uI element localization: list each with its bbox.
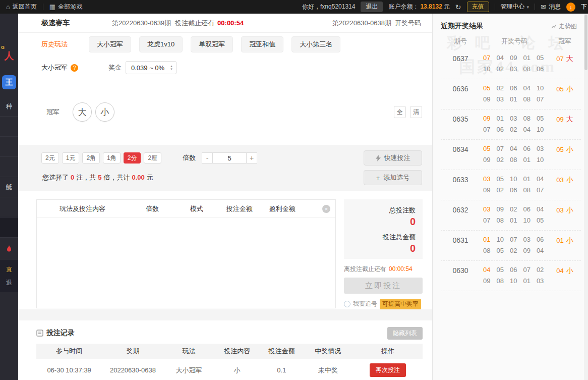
sidebar-bottom-item-2[interactable]: 退 bbox=[0, 276, 18, 289]
result-champion: 05小 bbox=[549, 145, 581, 164]
draw-number: 01 bbox=[523, 277, 530, 285]
prize-select[interactable]: 0.039 ~ 0% ▴▾ bbox=[126, 61, 177, 74]
select-all-button[interactable]: 全 bbox=[394, 106, 406, 118]
play-config-row: 大小冠军 ? 奖金 0.039 ~ 0% ▴▾ bbox=[18, 56, 432, 79]
tab-1[interactable]: 龙虎1v10 bbox=[139, 36, 183, 52]
draw-number: 08 bbox=[523, 95, 530, 103]
unit-3[interactable]: 1角 bbox=[103, 152, 121, 164]
submit-bet-button[interactable]: 立即投注 bbox=[344, 278, 423, 294]
draw-number: 10 bbox=[537, 156, 544, 164]
draw-number: 05 bbox=[537, 216, 544, 224]
draw-number: 03 bbox=[537, 145, 544, 152]
draw-number: 01 bbox=[523, 175, 530, 183]
unit-2[interactable]: 2角 bbox=[82, 152, 100, 164]
balance: 账户余额：13.8132元 bbox=[388, 3, 449, 11]
minus-button[interactable]: - bbox=[202, 152, 213, 164]
result-champion: 01小 bbox=[549, 236, 581, 254]
sidebar-logo-1[interactable]: G 人 bbox=[0, 43, 18, 69]
home-label: 返回首页 bbox=[13, 3, 37, 11]
multiplier-stepper: - 5 + bbox=[202, 152, 257, 164]
sidebar-item-3[interactable] bbox=[0, 157, 18, 177]
result-issue: 0636 bbox=[441, 84, 480, 103]
sidebar-item-0[interactable]: 种 bbox=[0, 96, 18, 117]
draw-number: 10 bbox=[510, 277, 517, 285]
spinner-icon[interactable]: ▴▾ bbox=[170, 65, 172, 71]
sidebar-bottom-item-1[interactable]: 直 bbox=[0, 263, 18, 276]
result-champion: 03小 bbox=[549, 175, 581, 194]
history-play-link[interactable]: 历史玩法 bbox=[41, 40, 68, 49]
logo-badge: G bbox=[1, 45, 5, 50]
rebet-button[interactable]: 再次投注 bbox=[370, 363, 406, 377]
draw-number: 05 bbox=[483, 84, 490, 92]
draw-number: 07 bbox=[523, 266, 530, 274]
chase-row: 我要追号 可提高中奖率 bbox=[344, 299, 423, 309]
slip-column: 玩法及投注内容 bbox=[37, 204, 128, 213]
slip-columns: 玩法及投注内容倍数模式投注金额盈利金额 bbox=[37, 204, 322, 213]
bet-records-section: 投注记录 隐藏列表 参与时间奖期玩法投注内容投注金额中奖情况操作 06-30 1… bbox=[18, 320, 432, 380]
sidebar-item-1[interactable] bbox=[0, 117, 18, 137]
refresh-icon[interactable]: ↻ bbox=[455, 3, 461, 11]
draw-number: 05 bbox=[537, 54, 544, 62]
hot-flame-icon[interactable] bbox=[0, 238, 18, 260]
draw-number: 06 bbox=[537, 236, 544, 243]
download-label[interactable]: 下 bbox=[581, 3, 587, 11]
add-selection-button[interactable]: + 添加选号 bbox=[364, 170, 422, 185]
help-icon[interactable]: ? bbox=[71, 64, 78, 72]
tab-4[interactable]: 大小第三名 bbox=[291, 36, 340, 52]
draw-number: 06 bbox=[510, 266, 517, 274]
unit-5[interactable]: 2厘 bbox=[144, 152, 161, 164]
messages-link[interactable]: ✉ 消息 bbox=[541, 3, 561, 11]
amount-band: 2元1元2角1角2分2厘 倍数 - 5 + 快速投注 您选择了0注，共5倍，共计… bbox=[18, 145, 432, 191]
result-numbers: 0901030805 0706020410 bbox=[480, 115, 549, 133]
home-link[interactable]: ⌂ 返回首页 bbox=[0, 0, 43, 14]
draw-number: 07 bbox=[483, 216, 490, 224]
record-result: 未中奖 bbox=[303, 366, 354, 375]
scrollbar-thumb[interactable] bbox=[584, 15, 587, 70]
clear-button[interactable]: 清 bbox=[410, 106, 422, 118]
hide-list-button[interactable]: 隐藏列表 bbox=[387, 327, 423, 340]
recharge-button[interactable]: 充值 bbox=[467, 2, 489, 12]
betslip-header: 玩法及投注内容倍数模式投注金额盈利金额 × bbox=[37, 200, 335, 218]
result-row: 0633 0305100104 0902060807 03小 bbox=[441, 170, 581, 200]
recent-results-panel: 彩吧 论坛 国家44.com 近期开奖结果 走势图 期号开奖号码冠军 0637 … bbox=[432, 14, 584, 380]
record-amount: 0.1 bbox=[260, 366, 303, 374]
result-champion: 04小 bbox=[549, 266, 581, 285]
quick-bet-button[interactable]: 快速投注 bbox=[364, 150, 422, 166]
draw-number: 09 bbox=[496, 205, 503, 213]
play-name: 大小冠军 bbox=[41, 63, 68, 72]
tab-2[interactable]: 单双冠军 bbox=[191, 36, 233, 52]
unit-0[interactable]: 2元 bbox=[41, 152, 59, 164]
chase-checkbox[interactable] bbox=[344, 301, 350, 307]
plus-button[interactable]: + bbox=[246, 152, 257, 164]
tab-3[interactable]: 冠亚和值 bbox=[241, 36, 283, 52]
sidebar-menu: 种艇 bbox=[0, 96, 18, 218]
draw-number: 03 bbox=[483, 205, 490, 213]
unit-1[interactable]: 1元 bbox=[62, 152, 80, 164]
sidebar-logo-2[interactable]: 王 bbox=[2, 75, 16, 89]
sidebar-item-2[interactable] bbox=[0, 137, 18, 157]
records-column: 操作 bbox=[353, 347, 423, 356]
multiplier-value[interactable]: 5 bbox=[213, 152, 246, 164]
slip-column: 盈利金额 bbox=[262, 204, 302, 213]
quick-bet-label: 快速投注 bbox=[384, 153, 410, 162]
sidebar-item-5[interactable] bbox=[0, 197, 18, 218]
option-0[interactable]: 大 bbox=[73, 102, 92, 122]
trend-chart-link[interactable]: 走势图 bbox=[551, 22, 577, 31]
sidebar-item-active[interactable] bbox=[0, 218, 18, 238]
page-scrollbar[interactable] bbox=[584, 14, 588, 380]
draw-number: 06 bbox=[510, 84, 517, 92]
all-games-link[interactable]: ▦ 全部游戏 bbox=[43, 0, 88, 14]
draw-number: 10 bbox=[510, 175, 517, 183]
admin-center-menu[interactable]: 管理中心 ▾ bbox=[501, 3, 530, 11]
download-icon[interactable]: ↓ bbox=[566, 3, 575, 12]
logout-button[interactable]: 退出 bbox=[361, 2, 383, 12]
tab-0[interactable]: 大小冠军 bbox=[89, 36, 131, 52]
option-1[interactable]: 小 bbox=[95, 102, 114, 122]
close-icon[interactable]: × bbox=[322, 205, 330, 213]
sidebar-item-4[interactable]: 艇 bbox=[0, 177, 18, 197]
draw-number: 07 bbox=[510, 236, 517, 243]
result-row: 0637 0704090105 1002030806 07大 bbox=[441, 49, 581, 79]
chase-label[interactable]: 我要追号 bbox=[353, 300, 377, 308]
unit-4[interactable]: 2分 bbox=[124, 152, 141, 164]
draw-number: 03 bbox=[523, 236, 530, 243]
